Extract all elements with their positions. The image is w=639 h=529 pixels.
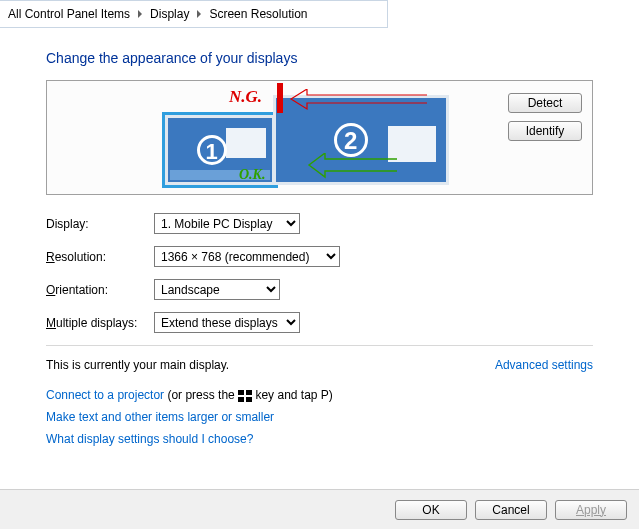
- apply-button: Apply: [555, 500, 627, 520]
- help-links: Connect to a projector (or press the key…: [46, 388, 593, 446]
- window-icon: [226, 128, 266, 158]
- breadcrumb-item[interactable]: All Control Panel Items: [8, 7, 130, 21]
- projector-suffix: key and tap P): [252, 388, 333, 402]
- multiple-displays-select[interactable]: Extend these displays: [154, 312, 300, 333]
- chevron-right-icon: [138, 10, 142, 18]
- settings-form: Display: 1. Mobile PC Display Resolution…: [46, 213, 593, 333]
- dialog-footer: OK Cancel Apply: [0, 489, 639, 529]
- main-display-text: This is currently your main display.: [46, 358, 229, 372]
- resolution-select[interactable]: 1366 × 768 (recommended): [154, 246, 340, 267]
- separator: [46, 345, 593, 346]
- page-title: Change the appearance of your displays: [46, 50, 593, 66]
- projector-suffix: (or press the: [164, 388, 238, 402]
- orientation-select[interactable]: Landscape: [154, 279, 280, 300]
- window-icon: [388, 126, 436, 162]
- monitor-2[interactable]: 2: [273, 95, 449, 185]
- resolution-label: Resolution:: [46, 250, 154, 264]
- annotation-ok: O.K.: [239, 167, 265, 183]
- display-preview: 1 2 N.G. O.K. Detect Identify: [46, 80, 593, 195]
- breadcrumb-item[interactable]: Display: [150, 7, 189, 21]
- breadcrumb-item[interactable]: Screen Resolution: [209, 7, 307, 21]
- monitor-number-badge: 2: [334, 123, 368, 157]
- advanced-settings-link[interactable]: Advanced settings: [495, 358, 593, 372]
- display-select[interactable]: 1. Mobile PC Display: [154, 213, 300, 234]
- annotation-ng: N.G.: [229, 87, 262, 107]
- chevron-right-icon: [197, 10, 201, 18]
- detect-button[interactable]: Detect: [508, 93, 582, 113]
- identify-button[interactable]: Identify: [508, 121, 582, 141]
- text-size-link[interactable]: Make text and other items larger or smal…: [46, 410, 274, 424]
- monitor-number-badge: 1: [197, 135, 227, 165]
- display-label: Display:: [46, 217, 154, 231]
- multiple-displays-label: Multiple displays:: [46, 316, 154, 330]
- annotation-redbar: [277, 83, 283, 113]
- help-link[interactable]: What display settings should I choose?: [46, 432, 253, 446]
- cancel-button[interactable]: Cancel: [475, 500, 547, 520]
- ok-button[interactable]: OK: [395, 500, 467, 520]
- projector-link[interactable]: Connect to a projector: [46, 388, 164, 402]
- windows-logo-icon: [238, 390, 252, 402]
- breadcrumb[interactable]: All Control Panel Items Display Screen R…: [0, 0, 388, 28]
- orientation-label: Orientation:: [46, 283, 154, 297]
